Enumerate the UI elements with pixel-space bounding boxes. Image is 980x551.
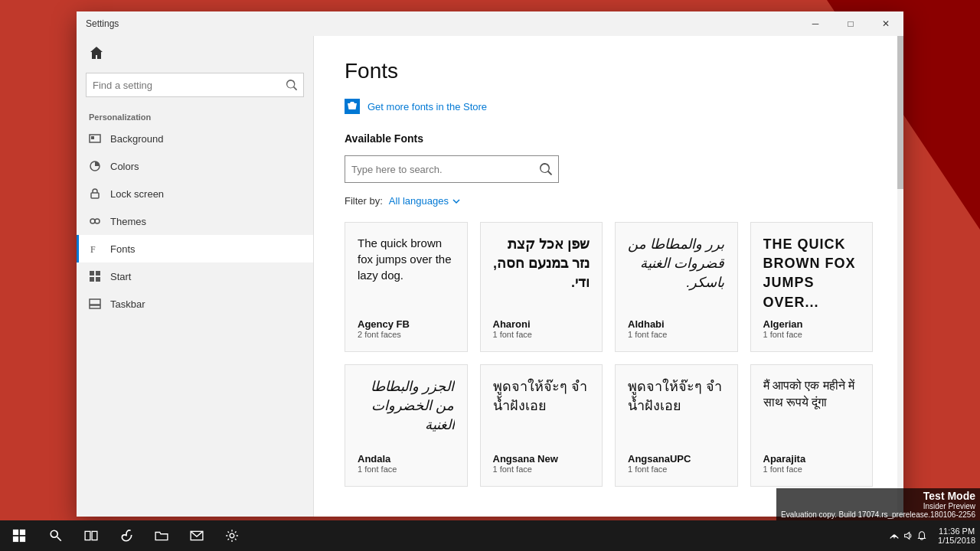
available-fonts-title: Available Fonts: [345, 132, 873, 145]
font-card-aldhabi[interactable]: برر والمطاطا من قضروات الغنية باسكر. Ald…: [615, 222, 738, 352]
font-card-algerian[interactable]: THE QUICK BROWN FOX JUMPS OVER... Algeri…: [750, 222, 874, 352]
taskbar-search[interactable]: [38, 520, 74, 551]
window-title: Settings: [86, 18, 119, 29]
colors-icon: [89, 160, 101, 172]
font-faces: 2 font faces: [358, 330, 455, 339]
home-button[interactable]: [77, 36, 313, 70]
windows-icon: [12, 529, 26, 543]
home-icon: [89, 45, 104, 60]
font-search-box[interactable]: [345, 155, 559, 183]
svg-rect-12: [90, 299, 100, 305]
font-search-input[interactable]: [351, 164, 540, 175]
filter-label: Filter by:: [345, 195, 383, 207]
scrollbar-track: [897, 36, 903, 517]
scrollbar-thumb[interactable]: [897, 36, 903, 189]
language-filter[interactable]: All languages: [389, 195, 461, 207]
system-tray: [883, 530, 933, 541]
font-preview: برر والمطاطا من قضروات الغنية باسكر.: [628, 235, 725, 312]
font-faces: 1 font face: [358, 465, 455, 474]
folder-icon: [155, 529, 168, 543]
font-preview: พูดจาให้จ๊ะๆ จำน้ำฝังเอย: [493, 377, 590, 447]
font-card-aparajita[interactable]: मैं आपको एक महीने में साथ रूपये दूंगा Ap…: [750, 364, 874, 487]
search-icon: [286, 80, 297, 90]
window-content: Personalization Background Colors: [77, 36, 903, 517]
sidebar-item-taskbar[interactable]: Taskbar: [77, 290, 313, 318]
svg-rect-7: [90, 271, 94, 276]
font-name: AngsanaUPC: [628, 453, 725, 465]
settings-window: Settings ─ □ ✕ Personalization: [77, 11, 903, 517]
sidebar-item-themes[interactable]: Themes: [77, 207, 313, 235]
font-preview: The quick brown fox jumps over the lazy …: [358, 235, 455, 312]
search-box[interactable]: [86, 73, 304, 97]
taskbar-mail[interactable]: [179, 520, 214, 551]
font-card-angsana[interactable]: พูดจาให้จ๊ะๆ จำน้ำฝังเอย Angsana New 1 f…: [480, 364, 603, 487]
svg-rect-14: [20, 530, 25, 535]
filter-row: Filter by: All languages: [345, 195, 873, 207]
font-name: Algerian: [763, 318, 861, 330]
maximize-button[interactable]: □: [833, 11, 868, 36]
font-card-aharoni[interactable]: שפן אכל קצת נזר במנעם חסה, ודי. Aharoni …: [480, 222, 603, 352]
system-clock[interactable]: 11:36 PM 1/15/2018: [933, 527, 980, 545]
font-name: Aharoni: [493, 318, 590, 330]
svg-rect-13: [13, 530, 18, 535]
font-preview: الجزر والبطاطا من الخضروات الغنية: [358, 377, 455, 447]
close-button[interactable]: ✕: [868, 11, 903, 36]
themes-icon: [89, 215, 101, 227]
search-input[interactable]: [93, 80, 286, 91]
sidebar-item-lockscreen[interactable]: Lock screen: [77, 180, 313, 207]
sidebar: Personalization Background Colors: [77, 36, 314, 517]
svg-rect-8: [96, 271, 100, 276]
font-card-angsana2[interactable]: พูดจาให้จ๊ะๆ จำน้ำฝังเอย AngsanaUPC 1 fo…: [615, 364, 738, 487]
store-icon: [345, 99, 360, 114]
lock-icon: [89, 187, 101, 200]
font-faces: 1 font face: [763, 330, 861, 339]
eval-watermark: Test Mode Insider Preview Evaluation cop…: [776, 488, 980, 520]
taskbar-settings[interactable]: [214, 520, 250, 551]
window-controls: ─ □ ✕: [798, 11, 903, 36]
font-grid: The quick brown fox jumps over the lazy …: [345, 222, 873, 487]
svg-rect-3: [91, 193, 99, 198]
taskbar-search-icon: [49, 529, 63, 543]
settings-icon: [225, 529, 239, 543]
mail-icon: [190, 529, 204, 543]
taskbar-taskview[interactable]: [74, 520, 109, 551]
svg-text:F: F: [90, 244, 96, 255]
svg-rect-20: [92, 531, 97, 540]
start-button[interactable]: [0, 520, 38, 551]
network-icon: [889, 530, 900, 541]
svg-line-18: [57, 537, 61, 541]
svg-rect-15: [13, 536, 18, 542]
taskbar-edge[interactable]: [109, 520, 144, 551]
svg-point-17: [51, 530, 57, 537]
sidebar-item-colors[interactable]: Colors: [77, 152, 313, 180]
font-faces: 1 font face: [628, 465, 725, 474]
svg-point-22: [230, 533, 234, 538]
store-link[interactable]: Get more fonts in the Store: [345, 99, 873, 114]
page-title: Fonts: [345, 59, 873, 83]
font-name: Angsana New: [493, 453, 590, 465]
svg-rect-11: [90, 305, 100, 308]
minimize-button[interactable]: ─: [798, 11, 833, 36]
font-card-agency-fb[interactable]: The quick brown fox jumps over the lazy …: [345, 222, 468, 352]
task-view-icon: [84, 529, 98, 543]
font-preview: שפן אכל קצת נזר במנעם חסה, ודי.: [493, 235, 590, 312]
background-icon: [89, 132, 101, 145]
font-preview: THE QUICK BROWN FOX JUMPS OVER...: [763, 235, 861, 312]
font-preview: พูดจาให้จ๊ะๆ จำน้ำฝังเอย: [628, 377, 725, 447]
taskbar-icon: [89, 298, 101, 310]
font-faces: 1 font face: [493, 330, 590, 339]
font-preview: मैं आपको एक महीने में साथ रूपये दूंगा: [763, 377, 861, 447]
sidebar-item-fonts[interactable]: F Fonts: [77, 235, 313, 262]
font-icon: F: [89, 243, 101, 255]
font-card-andala[interactable]: الجزر والبطاطا من الخضروات الغنية Andala…: [345, 364, 468, 487]
chevron-down-icon: [452, 197, 461, 206]
sidebar-item-background[interactable]: Background: [77, 125, 313, 152]
taskbar-folder[interactable]: [144, 520, 179, 551]
volume-icon: [903, 530, 913, 541]
edge-icon: [119, 529, 133, 543]
notification-icon: [916, 530, 927, 541]
font-faces: 1 font face: [763, 465, 861, 474]
svg-rect-19: [85, 531, 90, 540]
svg-rect-9: [90, 277, 94, 282]
sidebar-item-start[interactable]: Start: [77, 262, 313, 290]
